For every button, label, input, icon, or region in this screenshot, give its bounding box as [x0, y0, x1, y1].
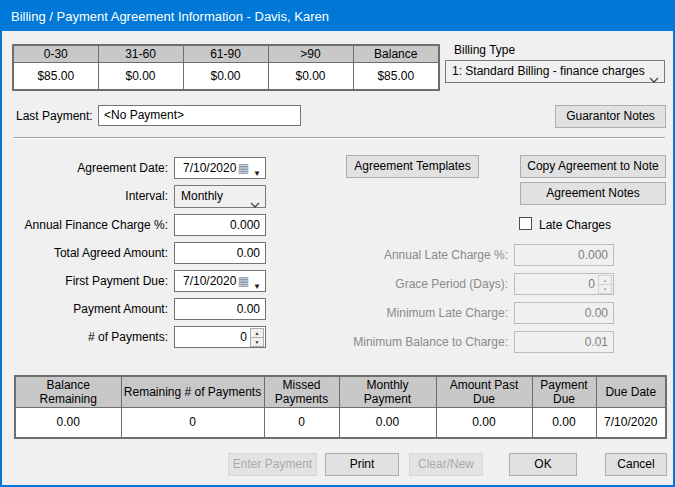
cancel-button[interactable]: Cancel — [605, 453, 667, 476]
total-agreed-amount-value: 0.00 — [175, 243, 265, 263]
schedule-header-payment-due: Payment Due — [532, 376, 596, 408]
copy-agreement-to-note-button[interactable]: Copy Agreement to Note — [520, 155, 666, 178]
late-charges-label: Late Charges — [539, 218, 611, 232]
print-button[interactable]: Print — [325, 453, 399, 476]
grace-period-spinner: ▲ ▼ — [598, 275, 612, 293]
schedule-value-payment-due: 0.00 — [532, 408, 596, 438]
last-payment-label: Last Payment: — [16, 109, 93, 123]
payment-amount-field[interactable]: 0.00 — [174, 298, 266, 320]
billing-type-value: 1: Standard Billing - finance charges — [446, 61, 664, 82]
schedule-header-balance-remaining: Balance Remaining — [15, 376, 121, 408]
billing-payment-agreement-dialog: Billing / Payment Agreement Information … — [0, 0, 675, 487]
ok-button[interactable]: OK — [509, 453, 577, 476]
aging-header-31-60: 31-60 — [98, 45, 183, 63]
schedule-header-missed-payments: Missed Payments — [264, 376, 339, 408]
annual-late-charge-label: Annual Late Charge %: — [302, 248, 508, 262]
aging-value-0-30: $85.00 — [13, 63, 98, 90]
first-payment-due-value: 7/10/2020 — [175, 271, 265, 291]
spinner-down-icon[interactable]: ▼ — [250, 337, 264, 347]
schedule-header-monthly-payment: Monthly Payment — [339, 376, 436, 408]
separator-line — [14, 137, 665, 139]
schedule-header-remaining-payments: Remaining # of Payments — [121, 376, 264, 408]
grace-period-field: 0 ▲ ▼ — [514, 273, 614, 295]
dropdown-arrow-icon[interactable]: ▼ — [253, 277, 261, 297]
first-payment-due-label: First Payment Due: — [2, 274, 168, 288]
annual-late-charge-value: 0.000 — [515, 245, 613, 265]
minimum-late-charge-field: 0.00 — [514, 302, 614, 324]
payment-amount-value: 0.00 — [175, 299, 265, 319]
annual-finance-charge-value: 0.000 — [175, 215, 265, 235]
total-agreed-amount-field[interactable]: 0.00 — [174, 242, 266, 264]
payment-amount-label: Payment Amount: — [2, 302, 168, 316]
minimum-balance-to-charge-field: 0.01 — [514, 331, 614, 353]
agreement-date-value: 7/10/2020 — [175, 158, 265, 178]
last-payment-value: <No Payment> — [99, 106, 300, 125]
minimum-late-charge-label: Minimum Late Charge: — [302, 306, 508, 320]
aging-table: 0-30 31-60 61-90 >90 Balance $85.00 $0.0… — [12, 44, 440, 91]
payment-schedule-table: Balance Remaining Remaining # of Payment… — [14, 375, 667, 439]
agreement-date-field[interactable]: 7/10/2020 ▦ ▼ — [174, 157, 266, 179]
aging-value-31-60: $0.00 — [98, 63, 183, 90]
annual-finance-charge-field[interactable]: 0.000 — [174, 214, 266, 236]
spinner-down-icon: ▼ — [598, 284, 612, 294]
schedule-value-balance-remaining: 0.00 — [15, 408, 121, 438]
chevron-down-icon — [250, 194, 260, 215]
agreement-notes-button[interactable]: Agreement Notes — [520, 182, 666, 205]
schedule-header-amount-past-due: Amount Past Due — [436, 376, 532, 408]
agreement-date-label: Agreement Date: — [2, 161, 168, 175]
number-of-payments-field[interactable]: 0 ▲ ▼ — [174, 326, 266, 348]
first-payment-due-field[interactable]: 7/10/2020 ▦ ▼ — [174, 270, 266, 292]
minimum-late-charge-value: 0.00 — [515, 303, 613, 323]
schedule-value-monthly-payment: 0.00 — [339, 408, 436, 438]
agreement-templates-button[interactable]: Agreement Templates — [346, 155, 479, 178]
aging-value-over-90: $0.00 — [268, 63, 353, 90]
annual-finance-charge-label: Annual Finance Charge %: — [2, 218, 168, 232]
minimum-balance-to-charge-label: Minimum Balance to Charge: — [302, 335, 508, 349]
aging-header-balance: Balance — [353, 45, 439, 63]
title-bar[interactable]: Billing / Payment Agreement Information … — [2, 2, 673, 31]
schedule-value-amount-past-due: 0.00 — [436, 408, 532, 438]
annual-late-charge-field: 0.000 — [514, 244, 614, 266]
aging-value-balance: $85.00 — [353, 63, 439, 90]
number-of-payments-label: # of Payments: — [2, 330, 168, 344]
late-charges-checkbox[interactable] — [519, 217, 532, 230]
interval-select[interactable]: Monthly — [174, 185, 266, 208]
aging-value-61-90: $0.00 — [183, 63, 268, 90]
schedule-value-missed-payments: 0 — [264, 408, 339, 438]
total-agreed-amount-label: Total Agreed Amount: — [2, 246, 168, 260]
schedule-value-remaining-payments: 0 — [121, 408, 264, 438]
interval-label: Interval: — [2, 189, 168, 203]
calendar-icon[interactable]: ▦ — [238, 161, 249, 175]
billing-type-select[interactable]: 1: Standard Billing - finance charges — [445, 60, 665, 83]
schedule-value-due-date: 7/10/2020 — [596, 408, 666, 438]
aging-header-over-90: >90 — [268, 45, 353, 63]
window-title: Billing / Payment Agreement Information … — [11, 9, 329, 24]
guarantor-notes-button[interactable]: Guarantor Notes — [555, 105, 666, 128]
billing-type-label: Billing Type — [454, 43, 515, 57]
chevron-down-icon — [649, 69, 659, 90]
enter-payment-button: Enter Payment — [228, 453, 317, 476]
dropdown-arrow-icon[interactable]: ▼ — [253, 164, 261, 184]
clear-new-button: Clear/New — [409, 453, 483, 476]
last-payment-field[interactable]: <No Payment> — [98, 105, 301, 126]
calendar-icon[interactable]: ▦ — [238, 274, 249, 288]
minimum-balance-to-charge-value: 0.01 — [515, 332, 613, 352]
aging-header-61-90: 61-90 — [183, 45, 268, 63]
grace-period-label: Grace Period (Days): — [302, 277, 508, 291]
schedule-header-due-date: Due Date — [596, 376, 666, 408]
aging-header-0-30: 0-30 — [13, 45, 98, 63]
number-of-payments-spinner[interactable]: ▲ ▼ — [250, 328, 264, 346]
